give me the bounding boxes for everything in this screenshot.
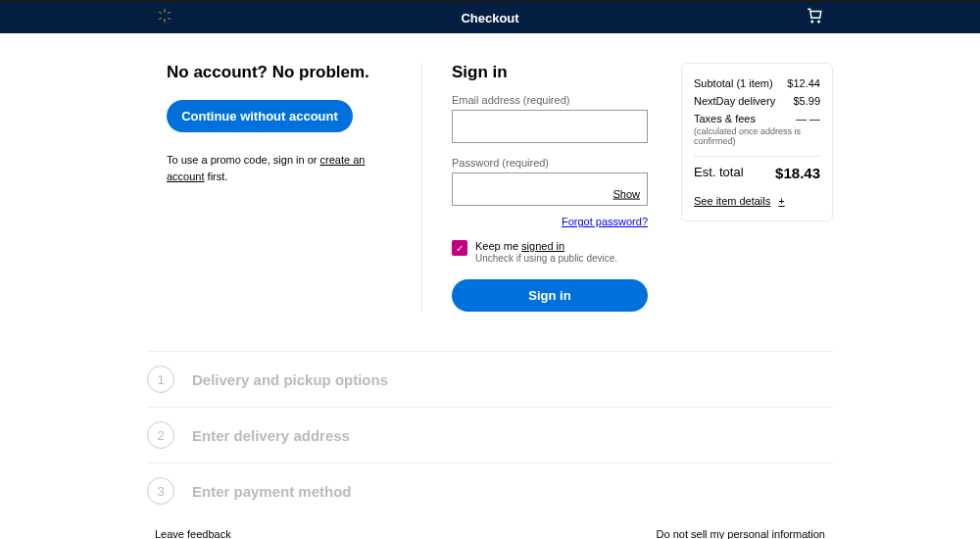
see-item-details-link[interactable]: See item details + [694,195,820,207]
password-label: Password (required) [452,157,652,169]
email-label: Email address (required) [452,94,652,106]
show-password-link[interactable]: Show [612,188,640,200]
order-summary-panel: Subtotal (1 item) $12.44 NextDay deliver… [681,63,833,221]
taxes-label: Taxes & fees [694,113,756,124]
step-number-3: 3 [147,477,174,505]
sign-in-button[interactable]: Sign in [452,279,648,312]
no-account-title: No account? No problem. [167,63,392,82]
continue-without-account-button[interactable]: Continue without account [167,100,353,132]
taxes-value: — — [796,113,820,124]
total-value: $18.43 [775,165,820,181]
signin-title: Sign in [452,63,652,82]
vertical-divider [421,63,422,312]
step-label-1: Delivery and pickup options [192,371,388,388]
email-field[interactable] [452,110,648,143]
delivery-label: NextDay delivery [694,95,775,107]
step-payment-method: 3 Enter payment method [147,463,833,518]
page-title: Checkout [461,11,518,25]
walmart-logo-icon[interactable] [157,8,172,27]
subtotal-label: Subtotal (1 item) [694,77,773,89]
taxes-note: (calculated once address is confirmed) [694,126,820,146]
subtotal-row: Subtotal (1 item) $12.44 [694,77,820,89]
taxes-row: Taxes & fees — — [694,113,820,124]
guest-checkout-panel: No account? No problem. Continue without… [167,63,392,312]
cart-icon[interactable] [806,7,823,28]
plus-icon: + [778,195,784,207]
step-label-3: Enter payment method [192,483,352,500]
svg-point-1 [818,21,820,23]
keep-signed-in-sublabel: Uncheck if using a public device. [475,253,617,264]
keep-signed-in-checkbox[interactable]: ✓ [452,240,467,256]
step-number-1: 1 [147,366,174,393]
keep-signed-in-label: Keep me signed in [475,239,617,253]
signed-in-link[interactable]: signed in [521,240,564,252]
signin-panel: Sign in Email address (required) Passwor… [452,63,652,312]
do-not-sell-link[interactable]: Do not sell my personal information [657,528,825,539]
step-number-2: 2 [147,421,174,449]
subtotal-value: $12.44 [787,77,820,89]
svg-point-0 [811,21,813,23]
header: Checkout [0,2,980,33]
summary-divider [694,156,820,157]
step-label-2: Enter delivery address [192,427,350,444]
promo-code-note: To use a promo code, sign in or create a… [167,152,392,184]
total-row: Est. total $18.43 [694,165,820,181]
delivery-row: NextDay delivery $5.99 [694,95,820,107]
checkout-steps: 1 Delivery and pickup options 2 Enter de… [0,312,980,518]
step-delivery-options: 1 Delivery and pickup options [147,351,833,407]
footer: Leave feedback © 2021 Walmart Inc. Do no… [0,518,980,539]
step-delivery-address: 2 Enter delivery address [147,407,833,463]
total-label: Est. total [694,165,744,181]
leave-feedback-link[interactable]: Leave feedback [155,528,253,539]
delivery-value: $5.99 [793,95,820,107]
